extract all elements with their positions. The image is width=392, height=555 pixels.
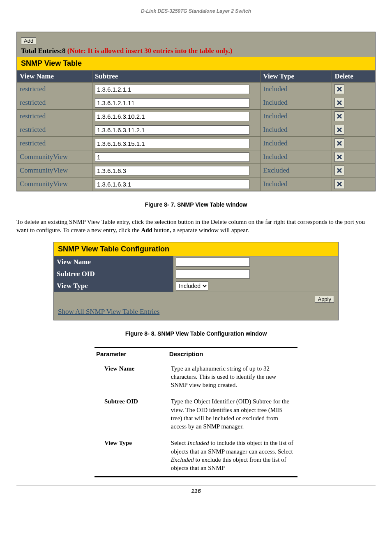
subtree-value: 1.3.6.1.6.3.15.1.1 (95, 139, 250, 148)
table-row: restricted1.3.6.1.2.1.11Included (17, 96, 375, 110)
body-text-add: Add (141, 227, 152, 233)
snmp-view-table-config-panel: SNMP View Table Configuration View Name … (53, 242, 339, 320)
param-row: Subtree OID Type the Object Identifier (… (95, 393, 297, 435)
close-icon (337, 154, 342, 160)
snmp-view-table: View Name Subtree View Type Delete restr… (17, 70, 375, 191)
delete-button[interactable] (334, 98, 344, 108)
cell-view-name: restricted (17, 137, 92, 150)
parameter-table: Parameter Description View Name Type an … (95, 347, 297, 478)
cell-subtree: 1.3.6.1.6.3 (92, 164, 260, 177)
close-icon (337, 181, 342, 187)
param-desc-vt-excluded: Excluded (171, 456, 194, 463)
param-desc-vt-included: Included (187, 440, 209, 446)
subtree-value: 1 (95, 152, 250, 162)
cell-subtree: 1.3.6.1.6.3.1 (92, 177, 260, 191)
cell-delete (332, 110, 375, 123)
subtree-value: 1.3.6.1.6.3.11.2.1 (95, 125, 250, 135)
body-paragraph: To delete an existing SNMP View Table en… (16, 218, 376, 235)
subtree-oid-input[interactable] (176, 269, 250, 279)
cell-subtree: 1 (92, 150, 260, 164)
subtree-value: 1.3.6.1.2.1.11 (95, 98, 250, 108)
cell-delete (332, 150, 375, 164)
cell-view-type: Included (261, 83, 332, 96)
cell-subtree: 1.3.6.1.2.1.11 (92, 96, 260, 110)
cell-view-type: Included (261, 110, 332, 123)
figure-8-7-caption: Figure 8- 7. SNMP View Table window (16, 201, 376, 208)
close-icon (337, 86, 342, 92)
cell-view-type: Included (261, 177, 332, 191)
view-name-input[interactable] (176, 258, 250, 267)
delete-button[interactable] (334, 84, 344, 94)
col-header-view-type: View Type (261, 71, 332, 83)
cell-delete (332, 137, 375, 150)
close-icon (337, 168, 342, 173)
table-row: CommunityView1Included (17, 150, 375, 164)
delete-button[interactable] (334, 152, 344, 162)
param-desc-view-name: Type an alphanumeric string of up to 32 … (168, 360, 297, 393)
subtree-value: 1.3.6.1.2.1.1 (95, 85, 250, 94)
show-all-entries-link[interactable]: Show All SNMP View Table Entries (58, 308, 159, 315)
col-header-view-name: View Name (17, 71, 92, 83)
cell-view-name: restricted (17, 123, 92, 137)
cell-view-type: Included (261, 123, 332, 137)
cfg-label-subtree-oid: Subtree OID (54, 268, 173, 280)
param-desc-view-type: Select Included to include this object i… (168, 435, 297, 477)
param-row: View Type Select Included to include thi… (95, 435, 297, 477)
param-header-parameter: Parameter (95, 347, 168, 360)
table-row: restricted1.3.6.1.6.3.10.2.1Included (17, 110, 375, 123)
subtree-value: 1.3.6.1.6.3.10.2.1 (95, 112, 250, 121)
total-entries-count: Total Entries:8 (21, 47, 65, 55)
param-header-description: Description (168, 347, 297, 360)
close-icon (337, 100, 342, 106)
close-icon (337, 140, 342, 146)
table-row: restricted1.3.6.1.6.3.11.2.1Included (17, 123, 375, 137)
snmp-view-table-title: SNMP View Table (17, 57, 375, 70)
col-header-delete: Delete (332, 71, 375, 83)
cell-delete (332, 83, 375, 96)
close-icon (337, 127, 342, 133)
delete-button[interactable] (334, 138, 344, 148)
param-desc-vt-pre: Select (171, 440, 187, 446)
cell-view-name: restricted (17, 110, 92, 123)
delete-button[interactable] (334, 111, 344, 121)
subtree-value: 1.3.6.1.6.3.1 (95, 180, 250, 189)
param-row: View Name Type an alphanumeric string of… (95, 360, 297, 393)
view-type-select[interactable]: Included (176, 281, 208, 290)
cell-view-name: restricted (17, 83, 92, 96)
doc-header: D-Link DES-3250TG Standalone Layer 2 Swi… (16, 8, 376, 15)
delete-button[interactable] (334, 166, 344, 175)
apply-button[interactable]: Apply (315, 296, 334, 303)
add-button[interactable]: Add (21, 37, 36, 44)
page-number: 116 (16, 486, 376, 494)
cfg-label-view-name: View Name (54, 256, 173, 268)
cell-view-type: Excluded (261, 164, 332, 177)
table-row: restricted1.3.6.1.2.1.1Included (17, 83, 375, 96)
total-entries-note: (Note: It is allowed insert 30 entries i… (65, 47, 232, 55)
cell-subtree: 1.3.6.1.6.3.15.1.1 (92, 137, 260, 150)
subtree-value: 1.3.6.1.6.3 (95, 166, 250, 175)
param-name-view-type: View Type (95, 435, 168, 477)
cell-view-type: Included (261, 96, 332, 110)
delete-button[interactable] (334, 125, 344, 135)
cell-view-name: restricted (17, 96, 92, 110)
body-text-1c: button, a separate window will appear. (152, 227, 249, 233)
cell-delete (332, 123, 375, 137)
param-name-subtree-oid: Subtree OID (95, 393, 168, 435)
table-row: restricted1.3.6.1.6.3.15.1.1Included (17, 137, 375, 150)
snmp-view-table-config-title: SNMP View Table Configuration (54, 242, 338, 256)
cell-subtree: 1.3.6.1.6.3.10.2.1 (92, 110, 260, 123)
table-row: CommunityView1.3.6.1.6.3Excluded (17, 164, 375, 177)
cell-view-type: Included (261, 150, 332, 164)
table-row: CommunityView1.3.6.1.6.3.1Included (17, 177, 375, 191)
cell-subtree: 1.3.6.1.2.1.1 (92, 83, 260, 96)
col-header-subtree: Subtree (92, 71, 260, 83)
delete-button[interactable] (334, 179, 344, 189)
cell-delete (332, 177, 375, 191)
cell-view-name: CommunityView (17, 164, 92, 177)
close-icon (337, 113, 342, 119)
cell-delete (332, 164, 375, 177)
param-name-view-name: View Name (95, 360, 168, 393)
cell-view-type: Included (261, 137, 332, 150)
snmp-view-table-panel: Add Total Entries:8 (Note: It is allowed… (16, 32, 376, 191)
cell-delete (332, 96, 375, 110)
